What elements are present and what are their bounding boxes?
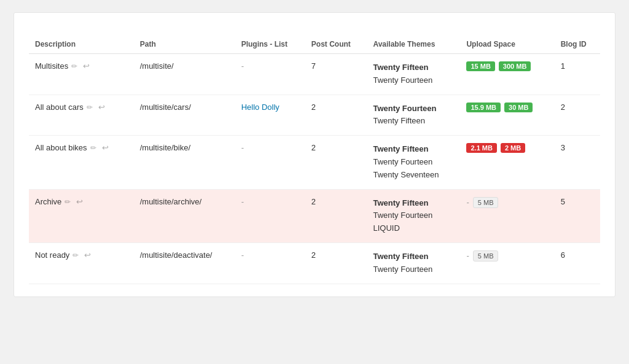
upload-used: 15.9 MB [466, 103, 501, 112]
description-text: All about bikes [35, 143, 87, 152]
cell-blogid: 5 [555, 189, 600, 242]
cell-postcount: 2 [305, 95, 367, 136]
upload-used-dash: - [466, 198, 469, 207]
cell-themes: Twenty FifteenTwenty FourteenLIQUID [367, 189, 460, 242]
col-blogid: Blog ID [555, 35, 600, 54]
upload-total: 300 MB [499, 61, 531, 71]
cell-path: /multisite/ [134, 54, 235, 95]
cell-path: /multisite/deactivate/ [134, 242, 235, 284]
col-uploadspace: Upload Space [460, 35, 554, 54]
cell-description: Archive [29, 189, 134, 242]
upload-used-dash: - [466, 251, 469, 260]
cell-uploadspace: -5 MB [460, 242, 554, 284]
undo-icon[interactable] [98, 103, 107, 111]
upload-total: 30 MB [504, 103, 533, 112]
cell-blogid: 3 [555, 136, 600, 189]
cell-description: All about bikes [29, 136, 134, 189]
sites-container: Description Path Plugins - List Post Cou… [14, 12, 615, 297]
upload-total: 5 MB [473, 250, 499, 261]
table-row: Multisites /multisite/-7Twenty FifteenTw… [29, 54, 600, 95]
undo-icon[interactable] [102, 143, 111, 152]
upload-space-container: -5 MB [466, 197, 548, 208]
theme-active: Twenty Fourteen [373, 104, 436, 113]
edit-icon[interactable] [64, 197, 73, 206]
description-text: Archive [35, 197, 61, 206]
cell-description: All about cars [29, 95, 134, 136]
description-text: All about cars [35, 103, 84, 112]
cell-path: /multisite/archive/ [134, 189, 235, 242]
cell-description: Multisites [29, 54, 134, 95]
upload-used: 15 MB [466, 61, 494, 71]
plugins-dash: - [241, 61, 244, 71]
cell-path: /multisite/bike/ [134, 136, 235, 189]
cell-uploadspace: -5 MB [460, 189, 554, 242]
cell-postcount: 7 [305, 54, 367, 95]
theme-active: Twenty Fifteen [373, 144, 428, 153]
cell-uploadspace: 2.1 MB2 MB [460, 136, 554, 189]
cell-plugins[interactable]: Hello Dolly [235, 95, 305, 136]
plugins-dash: - [241, 197, 244, 206]
cell-plugins: - [235, 54, 305, 95]
cell-description: Not ready [29, 242, 134, 284]
edit-icon[interactable] [71, 61, 80, 70]
upload-space-container: 15.9 MB30 MB [466, 103, 548, 112]
cell-uploadspace: 15 MB300 MB [460, 54, 554, 95]
theme-inactive: Twenty Seventeen [373, 170, 439, 179]
edit-icon[interactable] [90, 143, 99, 152]
cell-postcount: 2 [305, 136, 367, 189]
upload-used: 2.1 MB [466, 143, 496, 153]
description-text: Not ready [35, 250, 69, 260]
theme-inactive: LIQUID [373, 223, 399, 233]
col-postcount: Post Count [305, 35, 367, 54]
description-text: Multisites [35, 61, 68, 71]
col-plugins: Plugins - List [235, 35, 305, 54]
cell-themes: Twenty FifteenTwenty Fourteen [367, 54, 460, 95]
table-row: All about bikes /multisite/bike/-2Twenty… [29, 136, 600, 189]
cell-themes: Twenty FourteenTwenty Fifteen [367, 95, 460, 136]
theme-inactive: Twenty Fourteen [373, 76, 432, 85]
table-row: All about cars /multisite/cars/Hello Dol… [29, 95, 600, 136]
cell-postcount: 2 [305, 189, 367, 242]
plugins-dash: - [241, 143, 244, 152]
upload-total: 2 MB [501, 143, 525, 153]
table-row: Not ready /multisite/deactivate/-2Twenty… [29, 242, 600, 284]
col-description: Description [29, 35, 134, 54]
theme-active: Twenty Fifteen [373, 198, 428, 207]
cell-blogid: 2 [555, 95, 600, 136]
upload-space-container: 2.1 MB2 MB [466, 143, 548, 153]
cell-plugins: - [235, 136, 305, 189]
theme-active: Twenty Fifteen [373, 63, 428, 72]
cell-blogid: 6 [555, 242, 600, 284]
theme-active: Twenty Fifteen [373, 252, 428, 261]
upload-total: 5 MB [473, 197, 499, 208]
undo-icon[interactable] [83, 61, 92, 70]
sites-table: Description Path Plugins - List Post Cou… [29, 35, 600, 284]
edit-icon[interactable] [87, 103, 95, 111]
theme-inactive: Twenty Fifteen [373, 116, 425, 125]
upload-space-container: 15 MB300 MB [466, 61, 548, 71]
cell-themes: Twenty FifteenTwenty FourteenTwenty Seve… [367, 136, 460, 189]
cell-uploadspace: 15.9 MB30 MB [460, 95, 554, 136]
cell-blogid: 1 [555, 54, 600, 95]
undo-icon[interactable] [84, 250, 93, 259]
table-row: Archive /multisite/archive/-2Twenty Fift… [29, 189, 600, 242]
cell-themes: Twenty FifteenTwenty Fourteen [367, 242, 460, 284]
theme-inactive: Twenty Fourteen [373, 211, 432, 220]
theme-inactive: Twenty Fourteen [373, 157, 432, 166]
edit-icon[interactable] [72, 250, 81, 259]
undo-icon[interactable] [76, 197, 85, 206]
cell-postcount: 2 [305, 242, 367, 284]
col-path: Path [134, 35, 235, 54]
upload-space-container: -5 MB [466, 250, 548, 261]
col-themes: Available Themes [367, 35, 460, 54]
table-header-row: Description Path Plugins - List Post Cou… [29, 35, 600, 54]
cell-path: /multisite/cars/ [134, 95, 235, 136]
cell-plugins: - [235, 242, 305, 284]
cell-plugins: - [235, 189, 305, 242]
plugin-link[interactable]: Hello Dolly [241, 103, 279, 112]
plugins-dash: - [241, 250, 244, 260]
theme-inactive: Twenty Fourteen [373, 265, 432, 274]
